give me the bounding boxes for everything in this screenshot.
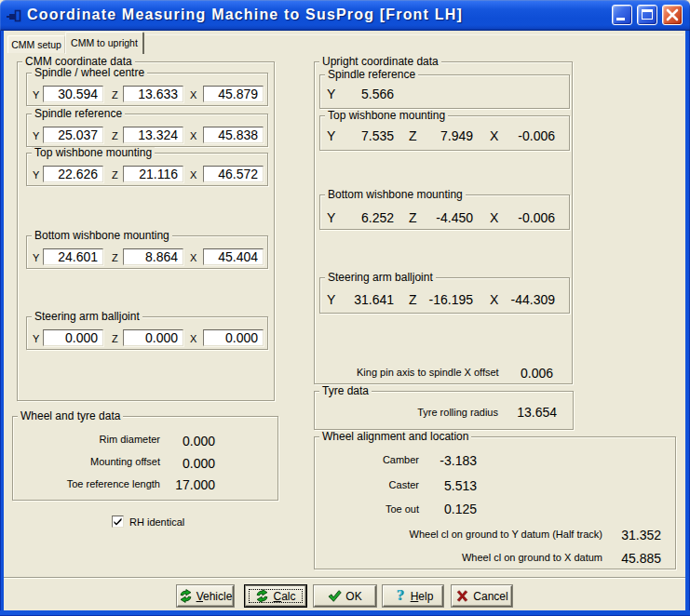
group-label: Spindle reference [325, 69, 418, 81]
upright-top-wishbone-x-value: -0.006 [494, 128, 555, 144]
minimize-icon [616, 18, 625, 20]
dialog-window: Coordinate Measuring Machine to SusProg … [0, 0, 690, 616]
bottom-wishbone-z-input[interactable] [123, 248, 183, 265]
app-icon [7, 8, 22, 23]
cancel-button[interactable]: Cancel [452, 585, 512, 607]
svg-text:?: ? [396, 589, 403, 603]
group-label: Steering arm balljoint [32, 311, 142, 323]
spindle-reference-z-input[interactable] [123, 127, 183, 143]
upright-top-wishbone-y-value: 7.535 [333, 128, 394, 144]
cancel-button-label: Cancel [473, 590, 507, 603]
window-border-left [0, 31, 4, 610]
y-axis-label: Y [33, 252, 39, 264]
minimize-button[interactable] [612, 5, 632, 25]
x-datum-value: 45.885 [587, 551, 661, 567]
bottom-wishbone-x-input[interactable] [203, 248, 264, 265]
upright-steering-arm-z-value: -16.195 [413, 292, 473, 308]
y-axis-label: Y [33, 333, 39, 345]
rim-diameter-label: Rim diameter [0, 434, 160, 446]
tab-cmm-to-upright[interactable]: CMM to upright [65, 32, 144, 54]
upright-bottom-wishbone-x-value: -0.006 [494, 210, 555, 226]
top-wishbone-z-input[interactable] [123, 166, 183, 182]
checkmark-icon [113, 516, 123, 527]
half-track-label: Wheel cl on ground to Y datum (Half trac… [323, 529, 602, 541]
calc-button[interactable]: Calc [245, 585, 306, 607]
button-label-accel: V [196, 590, 203, 603]
button-bar-divider [4, 577, 685, 579]
kingpin-offset-value: 0.006 [497, 366, 553, 382]
vehicle-button[interactable]: Vehicle [177, 585, 234, 607]
upright-steering-arm-x-value: -44.309 [494, 292, 555, 308]
camber-value: -3.183 [402, 453, 477, 469]
title-bar[interactable]: Coordinate Measuring Machine to SusProg … [0, 0, 690, 31]
refresh-icon [255, 589, 269, 603]
spindle-reference-x-input[interactable] [203, 127, 264, 143]
half-track-value: 31.352 [587, 528, 661, 543]
spindle-reference-y-input[interactable] [43, 127, 103, 143]
group-label: Spindle / wheel centre [32, 67, 147, 79]
z-axis-label: Z [112, 130, 118, 142]
bottom-wishbone-y-input[interactable] [43, 248, 103, 265]
group-label: Bottom wishbone mounting [32, 230, 172, 242]
y-axis-label: Y [33, 89, 39, 101]
rh-identical-label: RH identical [129, 516, 184, 529]
window-title: Coordinate Measuring Machine to SusProg … [27, 7, 463, 23]
tab-cmm-setup[interactable]: CMM setup [7, 35, 65, 53]
mounting-offset-value: 0.000 [141, 456, 215, 472]
button-label-accel: C [273, 590, 281, 603]
mounting-offset-label: Mounting offset [0, 456, 160, 468]
spindle-wheel-centre-y-input[interactable] [43, 86, 103, 102]
help-button[interactable]: ? ? Help [383, 585, 443, 607]
upright-top-wishbone-z-value: 7.949 [413, 128, 473, 144]
tyre-rolling-radius-value: 13.654 [482, 405, 557, 421]
ok-button-label: OK [345, 590, 361, 603]
upright-steering-arm-y-value: 31.641 [333, 292, 394, 308]
toe-reference-length-value: 17.000 [141, 477, 215, 493]
rh-identical-checkbox[interactable] [112, 516, 124, 528]
x-axis-label: X [190, 333, 196, 345]
upright-bottom-wishbone-y-value: 6.252 [333, 210, 394, 226]
x-axis-label: X [190, 252, 196, 264]
button-label-pre: OK [345, 590, 361, 603]
window-border-bottom [0, 610, 690, 616]
spindle-wheel-centre-z-input[interactable] [123, 86, 183, 102]
group-label: Wheel alignment and location [319, 431, 471, 443]
button-label-pre: Cancel [473, 590, 507, 603]
x-axis-label: X [190, 89, 196, 101]
z-axis-label: Z [112, 89, 118, 101]
group-label: Bottom wishbone mounting [325, 189, 466, 201]
tyre-rolling-radius-label: Tyre rolling radius [335, 407, 498, 419]
window-border-right [685, 31, 690, 610]
x-axis-label: X [190, 130, 196, 142]
button-label-post: alc [281, 590, 295, 603]
group-label: Top wishbone mounting [325, 110, 448, 122]
spindle-wheel-centre-x-input[interactable] [203, 86, 264, 102]
rim-diameter-value: 0.000 [141, 434, 215, 449]
steering-arm-x-input[interactable] [203, 329, 264, 346]
upright-spindle-reference-y-value: 5.566 [333, 87, 394, 102]
button-label-post: ehicle [203, 590, 232, 603]
group-label: Spindle reference [32, 108, 125, 120]
steering-arm-y-input[interactable] [43, 329, 103, 346]
kingpin-offset-label: King pin axis to spindle X offset [357, 367, 499, 379]
close-button[interactable] [662, 5, 683, 25]
cross-icon [455, 589, 469, 603]
caster-value: 5.513 [402, 478, 477, 494]
x-axis-label: X [190, 169, 196, 181]
refresh-icon [179, 589, 193, 603]
ok-button[interactable]: OK [314, 585, 376, 607]
top-wishbone-y-input[interactable] [43, 166, 103, 182]
upright-bottom-wishbone-z-value: -4.450 [413, 210, 473, 226]
group-label: Top wishbone mounting [32, 147, 155, 159]
z-axis-label: Z [112, 169, 118, 181]
x-datum-label: Wheel cl on ground to X datum [323, 552, 602, 564]
top-wishbone-x-input[interactable] [203, 166, 264, 182]
close-icon [663, 6, 682, 24]
maximize-button[interactable] [637, 5, 657, 25]
maximize-icon [642, 9, 653, 20]
tabstrip-edge [145, 34, 683, 35]
button-label-post: elp [418, 590, 433, 603]
question-icon: ? ? [393, 589, 407, 603]
vehicle-button-label: Vehicle [196, 590, 233, 603]
steering-arm-z-input[interactable] [123, 329, 183, 346]
